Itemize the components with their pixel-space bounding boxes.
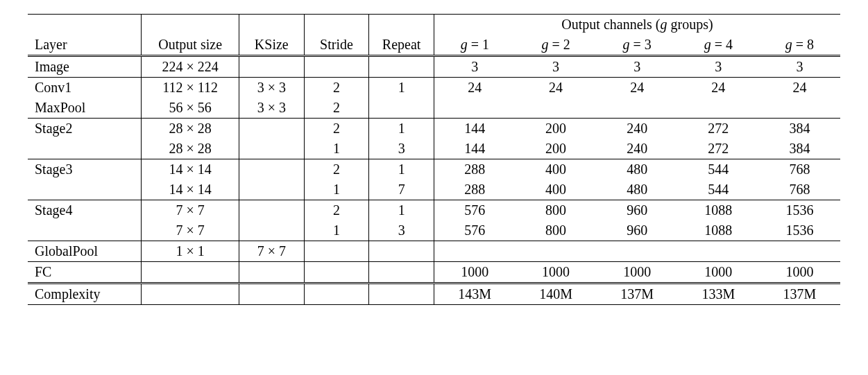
- cell-stride: 2: [304, 98, 369, 119]
- cell-g1: 576: [434, 220, 515, 241]
- cell-stride: 2: [304, 159, 369, 180]
- cell-output: 14 × 14: [142, 159, 239, 180]
- cell-layer: [28, 139, 142, 159]
- col-g1: g = 1: [434, 35, 515, 56]
- groups-title-pre: Output channels (: [561, 17, 660, 32]
- table-row: FC 1000 1000 1000 1000 1000: [28, 262, 840, 284]
- cell-ksize: [239, 262, 304, 284]
- cell-repeat: 7: [369, 180, 434, 200]
- cell-g2: 1000: [516, 262, 597, 284]
- table-row: Conv1 112 × 112 3 × 3 2 1 24 24 24 24 24: [28, 78, 840, 98]
- cell-g1: 143M: [434, 284, 515, 305]
- cell-g4: 272: [678, 139, 759, 159]
- cell-output: [142, 262, 239, 284]
- cell-g2: [516, 241, 597, 262]
- cell-g8: 137M: [759, 284, 840, 305]
- cell-stride: 2: [304, 200, 369, 221]
- cell-layer: Image: [28, 56, 142, 78]
- g4-eq: = 4: [711, 37, 733, 52]
- cell-stride: 1: [304, 180, 369, 200]
- cell-g8: [759, 98, 840, 119]
- col-layer: Layer: [28, 15, 142, 56]
- g8-var: g: [785, 37, 792, 52]
- col-output: Output size: [142, 15, 239, 56]
- cell-stride: 2: [304, 78, 369, 98]
- g3-var: g: [623, 37, 630, 52]
- cell-layer: Stage2: [28, 119, 142, 139]
- cell-ksize: 3 × 3: [239, 78, 304, 98]
- cell-g3: 240: [597, 139, 678, 159]
- cell-stride: [304, 241, 369, 262]
- table-row: 28 × 28 1 3 144 200 240 272 384: [28, 139, 840, 159]
- table-row: GlobalPool 1 × 1 7 × 7: [28, 241, 840, 262]
- cell-stride: 1: [304, 139, 369, 159]
- cell-repeat: [369, 56, 434, 78]
- cell-output: 112 × 112: [142, 78, 239, 98]
- cell-layer: Complexity: [28, 284, 142, 305]
- cell-g8: 768: [759, 159, 840, 180]
- cell-g4: 544: [678, 159, 759, 180]
- cell-g4: 133M: [678, 284, 759, 305]
- cell-g8: 384: [759, 119, 840, 139]
- cell-output: 7 × 7: [142, 220, 239, 241]
- cell-g3: 3: [597, 56, 678, 78]
- cell-repeat: 1: [369, 78, 434, 98]
- cell-g3: 480: [597, 180, 678, 200]
- cell-ksize: 7 × 7: [239, 241, 304, 262]
- cell-g1: 288: [434, 159, 515, 180]
- cell-layer: FC: [28, 262, 142, 284]
- table-row: Stage3 14 × 14 2 1 288 400 480 544 768: [28, 159, 840, 180]
- cell-g4: 24: [678, 78, 759, 98]
- cell-g3: 960: [597, 200, 678, 221]
- cell-g1: 24: [434, 78, 515, 98]
- cell-layer: MaxPool: [28, 98, 142, 119]
- cell-g1: 144: [434, 119, 515, 139]
- groups-title-var: g: [661, 17, 667, 32]
- cell-g4: 3: [678, 56, 759, 78]
- cell-g4: 1000: [678, 262, 759, 284]
- cell-layer: GlobalPool: [28, 241, 142, 262]
- cell-repeat: 3: [369, 139, 434, 159]
- col-g3: g = 3: [597, 35, 678, 56]
- cell-g1: [434, 98, 515, 119]
- cell-g1: 3: [434, 56, 515, 78]
- cell-g2: 400: [516, 159, 597, 180]
- cell-g2: 140M: [516, 284, 597, 305]
- col-ksize: KSize: [239, 15, 304, 56]
- cell-g3: 960: [597, 220, 678, 241]
- col-repeat: Repeat: [369, 15, 434, 56]
- g1-eq: = 1: [468, 37, 489, 52]
- cell-g1: [434, 241, 515, 262]
- table-row: Stage2 28 × 28 2 1 144 200 240 272 384: [28, 119, 840, 139]
- table-row: 7 × 7 1 3 576 800 960 1088 1536: [28, 220, 840, 241]
- g2-eq: = 2: [548, 37, 570, 52]
- cell-g3: 24: [597, 78, 678, 98]
- cell-g8: [759, 241, 840, 262]
- cell-ksize: [239, 200, 304, 221]
- cell-ksize: 3 × 3: [239, 98, 304, 119]
- cell-repeat: [369, 241, 434, 262]
- cell-ksize: [239, 284, 304, 305]
- cell-output: 7 × 7: [142, 200, 239, 221]
- cell-stride: [304, 56, 369, 78]
- cell-g4: 1088: [678, 200, 759, 221]
- cell-stride: 1: [304, 220, 369, 241]
- col-g2: g = 2: [516, 35, 597, 56]
- cell-g2: 400: [516, 180, 597, 200]
- cell-g2: 200: [516, 139, 597, 159]
- cell-g4: [678, 98, 759, 119]
- groups-title-post: groups): [667, 17, 713, 32]
- col-g4: g = 4: [678, 35, 759, 56]
- cell-g8: 1536: [759, 220, 840, 241]
- cell-g2: 24: [516, 78, 597, 98]
- col-stride: Stride: [304, 15, 369, 56]
- col-groups: Output channels (g groups): [434, 15, 840, 35]
- g8-eq: = 8: [792, 37, 814, 52]
- cell-g8: 1000: [759, 262, 840, 284]
- cell-output: 14 × 14: [142, 180, 239, 200]
- col-g8: g = 8: [759, 35, 840, 56]
- cell-g3: 240: [597, 119, 678, 139]
- cell-output: 56 × 56: [142, 98, 239, 119]
- cell-g4: 1088: [678, 220, 759, 241]
- table-row: Stage4 7 × 7 2 1 576 800 960 1088 1536: [28, 200, 840, 221]
